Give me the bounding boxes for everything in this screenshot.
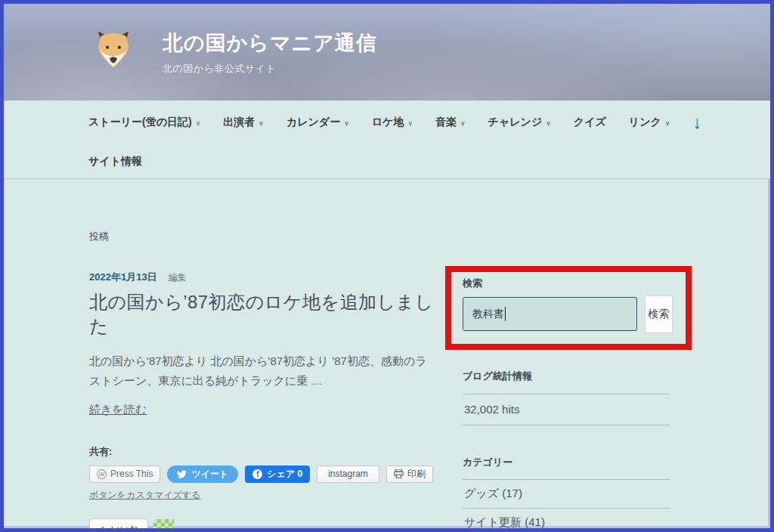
chevron-down-icon: ∨ — [196, 119, 201, 127]
facebook-icon: f — [252, 469, 262, 479]
nav-item-calendar[interactable]: カレンダー∨ — [286, 116, 349, 129]
chevron-down-icon: ∨ — [407, 119, 413, 127]
chevron-down-icon: ∨ — [344, 119, 349, 127]
print-button[interactable]: 印刷 — [386, 466, 433, 483]
search-submit-button[interactable]: 検索 — [645, 295, 673, 333]
instagram-button[interactable]: instagram — [317, 466, 379, 483]
post-excerpt: 北の国から'87初恋より 北の国から'87初恋より ’87初恋、感動のラストシー… — [89, 351, 431, 391]
scroll-down-arrow-icon[interactable]: ↓ — [692, 112, 701, 133]
nav-item-story[interactable]: ストーリー(蛍の日記)∨ — [88, 116, 200, 129]
post-date: 2022年1月13日 — [89, 271, 157, 284]
category-link-goods[interactable]: グッズ (17) — [463, 480, 670, 508]
nav-item-cast[interactable]: 出演者∨ — [223, 116, 264, 129]
search-form: 検索 — [463, 297, 675, 333]
nav-item-links[interactable]: リンク∨ — [629, 116, 670, 129]
post-title[interactable]: 北の国から’87初恋のロケ地を追加しました — [89, 290, 438, 339]
category-link-site-updates[interactable]: サイト更新 (41) — [463, 509, 670, 532]
facebook-share-button[interactable]: f シェア 0 — [245, 466, 310, 483]
search-widget-title: 検索 — [463, 277, 675, 290]
chevron-down-icon: ∨ — [665, 119, 670, 127]
post-edit-link[interactable]: 編集 — [169, 271, 187, 284]
liker-avatar[interactable] — [153, 519, 174, 532]
like-button[interactable]: ★ いいね — [89, 518, 148, 532]
page-content: 投稿 2022年1月13日 編集 北の国から’87初恋のロケ地を追加しました 北… — [4, 179, 770, 527]
blog-stats-title: ブログ統計情報 — [463, 370, 696, 383]
press-this-button[interactable]: W Press This — [89, 466, 160, 483]
wordpress-icon: W — [97, 469, 107, 479]
main-navigation: ストーリー(蛍の日記)∨ 出演者∨ カレンダー∨ ロケ地∨ 音楽∨ チャレンジ∨… — [4, 101, 770, 179]
text-caret — [505, 307, 506, 321]
search-input[interactable] — [463, 297, 637, 331]
customize-buttons-link[interactable]: ボタンをカスタマイズする — [89, 489, 200, 502]
nav-item-quiz[interactable]: クイズ — [574, 116, 606, 129]
chevron-down-icon: ∨ — [259, 119, 264, 127]
site-subtitle: 北の国から非公式サイト — [163, 62, 377, 76]
chevron-down-icon: ∨ — [460, 119, 466, 127]
nav-item-music[interactable]: 音楽∨ — [435, 116, 466, 129]
share-label: 共有: — [89, 445, 438, 459]
site-title[interactable]: 北の国からマニア通信 — [163, 29, 377, 57]
share-buttons: W Press This ツイート f シェア 0 instagram 印刷 — [89, 466, 438, 483]
site-header: 北の国からマニア通信 北の国から非公式サイト — [4, 4, 770, 101]
categories-widget: カテゴリー グッズ (17) サイト更新 (41) テーマ別考察 (32) — [442, 456, 696, 532]
star-icon: ★ — [98, 524, 107, 532]
search-widget-highlight-box: 検索 検索 — [445, 266, 692, 350]
nav-item-locations[interactable]: ロケ地∨ — [372, 116, 413, 129]
divider — [463, 425, 670, 425]
blog-stats-widget: ブログ統計情報 32,002 hits — [442, 370, 696, 425]
nav-item-site-info[interactable]: サイト情報 — [88, 155, 142, 169]
section-label-posts: 投稿 — [89, 230, 438, 243]
chevron-down-icon: ∨ — [546, 119, 551, 127]
categories-title: カテゴリー — [463, 456, 696, 469]
twitter-bird-icon — [177, 469, 187, 479]
nav-item-challenge[interactable]: チャレンジ∨ — [488, 116, 551, 129]
sidebar: 検索 検索 ブログ統計情報 32,002 hits カテゴリー — [442, 179, 696, 527]
fox-logo-icon — [93, 30, 134, 70]
posts-column: 投稿 2022年1月13日 編集 北の国から’87初恋のロケ地を追加しました 北… — [89, 179, 438, 527]
blog-hits-count: 32,002 hits — [463, 394, 670, 425]
printer-icon — [394, 469, 404, 478]
tweet-button[interactable]: ツイート — [167, 466, 238, 483]
read-more-link[interactable]: 続きを読む — [89, 403, 147, 417]
browser-viewport: 北の国からマニア通信 北の国から非公式サイト ストーリー(蛍の日記)∨ 出演者∨… — [0, 0, 774, 532]
